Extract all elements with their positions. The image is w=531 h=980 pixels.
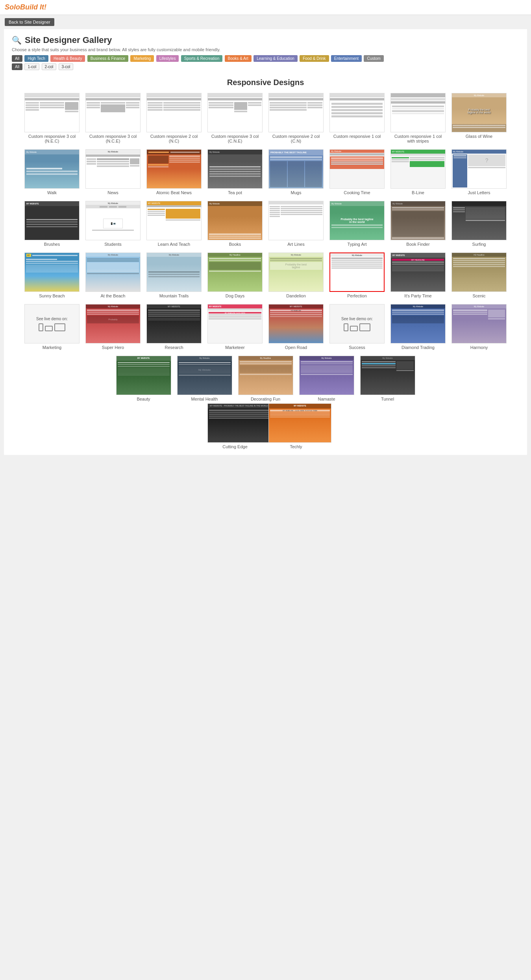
design-dandelion[interactable]: My Website Probably the besttagline Dand… [268,252,324,298]
label-atomic-beat-news: Atomic Beat News [146,190,202,195]
design-scenic[interactable]: H2 Headline Scenic [451,252,507,298]
filter-books-art[interactable]: Books & Art [225,55,252,62]
design-sunny-beach[interactable]: MY Sunny Beach [24,252,80,298]
design-decorating-fun[interactable]: My Headline Decorating Fun [238,356,293,401]
design-cooking-time[interactable]: My Website Cooking Time [329,149,385,195]
thumb-typing-art: My Website Probably the best taglinein t… [329,201,385,240]
design-custom-1col[interactable]: Custom responsive 1 col [329,93,385,143]
filter-entertainment[interactable]: Entertainment [331,55,362,62]
design-marketing[interactable]: See live demo on: Marketing [24,304,80,350]
thumb-surfing [451,201,507,240]
design-techly[interactable]: MY WEBSITE MY HEADLINE - CLICK HERE TO S… [268,403,324,449]
label-dog-days: Dog Days [207,293,263,298]
thumb-at-the-beach: My Website [85,252,141,292]
thumb-marketeer: MY WEBSITE MY HEADLINE CLICK HERE [207,304,263,343]
filter-1col[interactable]: 1-col [24,63,39,70]
thumb-sunny-beach: MY [24,252,80,292]
design-atomic-beat-news[interactable]: Atomic Beat News [146,149,202,195]
design-marketeer[interactable]: MY WEBSITE MY HEADLINE CLICK HERE Market… [207,304,263,350]
thumb-custom-1col [329,93,385,132]
label-mugs: Mugs [268,190,324,195]
filter-2col[interactable]: 2-col [42,63,57,70]
thumb-research: MY WEBSITE [146,304,202,343]
design-namaste[interactable]: My Website Namaste [299,356,354,401]
design-typing-art[interactable]: My Website Probably the best taglinein t… [329,201,385,247]
label-just-letters: Just Letters [451,190,507,195]
label-sunny-beach: Sunny Beach [24,293,80,298]
design-research[interactable]: MY WEBSITE Research [146,304,202,350]
thumb-cooking-time: My Website [329,149,385,189]
subtitle: Choose a style that suits your business … [12,47,519,52]
label-open-road: Open Road [268,345,324,350]
label-at-the-beach: At the Beach [85,293,141,298]
design-success[interactable]: See live demo on: Success [329,304,385,350]
design-bline[interactable]: MY WEBSITE [390,149,446,195]
filter-high-tech[interactable]: High Tech [24,55,48,62]
label-diamond-trading: Diamond Trading [390,345,446,350]
filter-3col[interactable]: 3-col [59,63,74,70]
design-tunnel[interactable]: My Website Tun [360,356,415,401]
design-glass-of-wine[interactable]: My Website Probably the besttagline in t… [451,93,507,143]
design-surfing[interactable]: Surfing [451,201,507,247]
label-harmony: Harmony [451,345,507,350]
filter-marketing[interactable]: Marketing [130,55,154,62]
thumb-custom-2col-cn [268,93,324,132]
thumb-mugs: PROBABLY THE BEST TAGLINE [268,149,324,189]
label-marketing: Marketing [24,345,80,350]
design-book-finder[interactable]: My Website Book Finder [390,201,446,247]
thumb-atomic-beat-news [146,149,202,189]
label-art-lines: Art Lines [268,242,324,247]
design-at-the-beach[interactable]: My Website At the Beach [85,252,141,298]
filter-all[interactable]: All [12,55,22,62]
design-custom-3col-nec[interactable]: Custom responsive 3 col(N.E.C) [24,93,80,143]
monitor-icon-2 [359,323,370,331]
design-tea-pot[interactable]: My Website Tea pot [207,149,263,195]
thumb-marketing: See live demo on: [24,304,80,343]
design-art-lines[interactable]: Art Lines [268,201,324,247]
filter-business-finance[interactable]: Business & Finance [87,55,128,62]
design-custom-2col-cn[interactable]: Custom responsive 2 col(C.N) [268,93,324,143]
filter-col-all[interactable]: All [12,63,22,70]
design-its-party-time[interactable]: MY WEBSITE MY HEADLINE It's Party Time [390,252,446,298]
design-learn-and-teach[interactable]: MY WEBSITE [146,201,202,247]
thumb-glass-of-wine: My Website Probably the besttagline in t… [451,93,507,132]
thumb-tunnel: My Website [360,356,415,395]
label-brushes: Brushes [24,242,80,247]
design-students[interactable]: My Website 📱💻 Students [85,201,141,247]
design-cutting-edge[interactable]: MY WEBSITE - Probably the best tagline i… [207,403,263,449]
design-open-road[interactable]: MY WEBSITE H2 HEADLINE Open Road [268,304,324,350]
design-mountain-trails[interactable]: My Website Mountain Trails [146,252,202,298]
design-books[interactable]: My Website Books [207,201,263,247]
design-brushes[interactable]: MY WEBSITE Brushes [24,201,80,247]
label-tunnel: Tunnel [360,397,415,401]
thumb-brushes: MY WEBSITE [24,201,80,240]
design-custom-3col-nce[interactable]: Custom responsive 3 col(N.C.E) [85,93,141,143]
thumb-news: My Website [85,149,141,189]
design-perfection[interactable]: My Website Perfection [329,252,385,298]
design-custom-2col-nc[interactable]: Custom responsive 2 col(N.C) [146,93,202,143]
filter-health-beauty[interactable]: Health & Beauty [50,55,85,62]
design-mugs[interactable]: PROBABLY THE BEST TAGLINE Mugs [268,149,324,195]
design-custom-3col-cne[interactable]: Custom responsive 3 col(C.N.E) [207,93,263,143]
filter-custom[interactable]: Custom [364,55,383,62]
thumb-just-letters: My Website ? [451,149,507,189]
design-harmony[interactable]: My Website Harmony [451,304,507,350]
filter-sports-recreation[interactable]: Sports & Recreation [181,55,223,62]
filter-lifestyles[interactable]: Lifestyles [156,55,179,62]
thumb-art-lines [268,201,324,240]
design-just-letters[interactable]: My Website ? Just Letters [451,149,507,195]
back-to-designer-button[interactable]: Back to Site Designer [5,18,54,26]
design-dog-days[interactable]: My Headline Dog Days [207,252,263,298]
design-beauty[interactable]: MY WEBSITE Beauty [116,356,171,401]
design-walk[interactable]: My Website Walk [24,149,80,195]
design-super-hero[interactable]: My Website Probably Super Hero [85,304,141,350]
design-news[interactable]: My Website [85,149,141,195]
label-custom-3col-nce: Custom responsive 3 col(N.C.E) [85,134,141,143]
design-custom-1col-stripes[interactable]: Custom responsive 1 colwith stripes [390,93,446,143]
design-mental-health[interactable]: My Website My Website Mental Health [177,356,232,401]
thumb-students: My Website 📱💻 [85,201,141,240]
filter-food-drink[interactable]: Food & Drink [300,55,329,62]
filter-learning-education[interactable]: Learning & Education [253,55,298,62]
design-diamond-trading[interactable]: My Website Diamond Trading [390,304,446,350]
label-learn-and-teach: Learn And Teach [146,242,202,247]
